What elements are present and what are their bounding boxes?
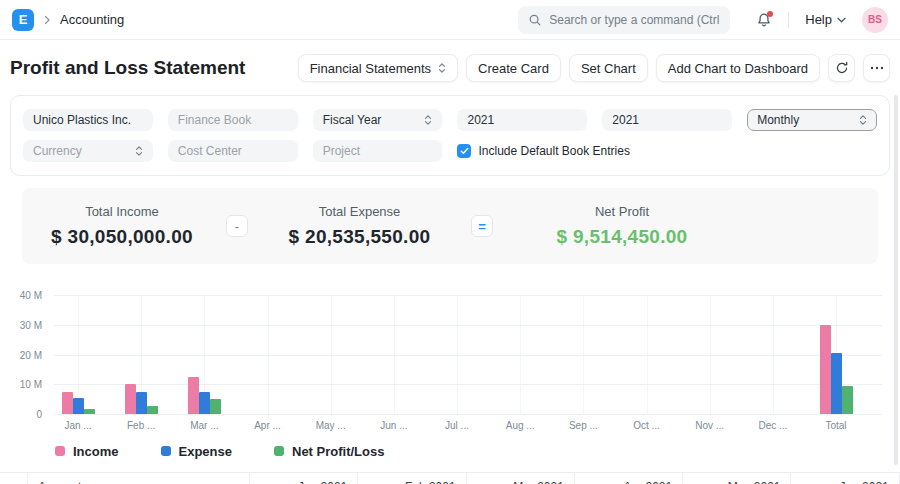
horizontal-gridline — [54, 325, 882, 326]
page-scrollbar[interactable] — [894, 95, 898, 465]
y-axis-tick-label: 40 M — [10, 290, 42, 301]
horizontal-gridline — [54, 355, 882, 356]
finance-book-input[interactable] — [168, 109, 298, 131]
nav-divider — [788, 12, 789, 28]
refresh-icon — [835, 61, 849, 75]
currency-select[interactable]: Currency — [23, 140, 153, 162]
chevron-down-icon — [837, 17, 846, 23]
x-axis-tick-label: Total — [808, 420, 864, 431]
ellipsis-icon — [870, 66, 884, 70]
user-avatar[interactable]: BS — [862, 7, 888, 33]
periodicity-select-label: Monthly — [757, 113, 859, 127]
total-income-stat: Total Income $ 30,050,000.00 — [22, 204, 222, 248]
x-axis-tick-label: Aug ... — [492, 420, 548, 431]
select-caret-icon — [424, 114, 432, 126]
bar-income-1[interactable] — [62, 392, 73, 414]
search-input[interactable] — [549, 13, 720, 27]
bar-net-profit-loss-2[interactable] — [147, 406, 158, 414]
total-expense-stat: Total Expense $ 20,535,550.00 — [252, 204, 467, 248]
report-table-header: AccountJan 2021Feb 2021Mar 2021Apr 2021M… — [0, 472, 900, 484]
set-chart-button[interactable]: Set Chart — [569, 54, 648, 82]
report-type-select[interactable]: Financial Statements — [298, 54, 458, 82]
horizontal-gridline — [54, 414, 882, 415]
legend-label: Income — [73, 444, 119, 459]
bar-expense-2[interactable] — [136, 392, 147, 414]
project-input[interactable] — [313, 140, 443, 162]
bar-expense-1[interactable] — [73, 398, 84, 414]
report-summary: Total Income $ 30,050,000.00 - Total Exp… — [22, 188, 878, 264]
legend-item-net-profit-loss: Net Profit/Loss — [274, 444, 384, 459]
page-head: Profit and Loss Statement Financial Stat… — [0, 40, 900, 95]
x-axis-tick-label: Dec ... — [745, 420, 801, 431]
table-index-column-header — [0, 473, 28, 484]
x-axis-tick-label: Oct ... — [619, 420, 675, 431]
start-year-input[interactable] — [457, 109, 587, 131]
cost-center-input[interactable] — [168, 140, 298, 162]
global-search[interactable] — [518, 6, 730, 34]
company-input[interactable] — [23, 109, 153, 131]
x-axis-tick-label: Mar ... — [176, 420, 232, 431]
total-income-label: Total Income — [22, 204, 222, 219]
help-menu[interactable]: Help — [805, 12, 846, 27]
minus-operator: - — [226, 215, 248, 237]
bar-income-2[interactable] — [125, 384, 136, 414]
y-axis-tick-label: 20 M — [10, 349, 42, 360]
column-header-feb-2021[interactable]: Feb 2021 — [358, 473, 466, 484]
total-expense-value: $ 20,535,550.00 — [252, 226, 467, 248]
legend-label: Expense — [179, 444, 232, 459]
filter-based-on-select[interactable]: Fiscal Year — [313, 109, 443, 131]
legend-swatch — [274, 446, 284, 456]
breadcrumb-accounting[interactable]: Accounting — [60, 12, 124, 27]
page-title: Profit and Loss Statement — [10, 57, 245, 79]
add-chart-to-dashboard-button[interactable]: Add Chart to Dashboard — [656, 54, 820, 82]
bar-net-profit-loss-3[interactable] — [210, 399, 221, 414]
x-axis-tick-label: Jun ... — [366, 420, 422, 431]
operator-cell: - — [222, 215, 252, 237]
net-profit-value: $ 9,514,450.00 — [497, 226, 747, 248]
create-card-button[interactable]: Create Card — [466, 54, 561, 82]
more-menu-button[interactable] — [863, 54, 890, 82]
column-header-may-2021[interactable]: May 2021 — [683, 473, 791, 484]
net-profit-label: Net Profit — [497, 204, 747, 219]
legend-swatch — [161, 446, 171, 456]
equals-operator: = — [471, 215, 493, 237]
x-axis-tick-label: Apr ... — [240, 420, 296, 431]
column-header-jan-2021[interactable]: Jan 2021 — [250, 473, 358, 484]
x-axis-tick-label: Sep ... — [555, 420, 611, 431]
column-header-apr-2021[interactable]: Apr 2021 — [575, 473, 683, 484]
bar-income-3[interactable] — [188, 377, 199, 414]
periodicity-select[interactable]: Monthly — [747, 109, 877, 131]
legend-item-expense: Expense — [161, 444, 232, 459]
x-axis-tick-label: May ... — [303, 420, 359, 431]
x-axis-tick-label: Jan ... — [50, 420, 106, 431]
y-axis-tick-label: 10 M — [10, 379, 42, 390]
include-default-book-entries-checkbox[interactable]: Include Default Book Entries — [457, 144, 877, 158]
bar-expense-3[interactable] — [199, 392, 210, 414]
column-header-mar-2021[interactable]: Mar 2021 — [467, 473, 575, 484]
chart-legend: IncomeExpenseNet Profit/Loss — [55, 442, 900, 460]
select-caret-icon — [438, 62, 446, 74]
column-header-jun-2021[interactable]: Jun 2021 — [791, 473, 899, 484]
column-header-account[interactable]: Account — [28, 473, 250, 484]
refresh-button[interactable] — [828, 54, 855, 82]
x-axis-tick-label: Feb ... — [113, 420, 169, 431]
select-caret-icon — [135, 145, 143, 157]
notification-dot — [767, 11, 773, 17]
bar-expense-13[interactable] — [831, 353, 842, 414]
y-axis-tick-label: 0 — [10, 409, 42, 420]
app-logo-icon[interactable]: E — [12, 9, 34, 31]
bar-income-13[interactable] — [820, 325, 831, 414]
bar-net-profit-loss-13[interactable] — [842, 386, 853, 414]
search-icon — [528, 13, 542, 27]
notifications-button[interactable] — [756, 12, 772, 28]
report-type-label: Financial Statements — [310, 61, 431, 76]
filter-based-on-select-label: Fiscal Year — [323, 113, 425, 127]
chevron-right-icon — [43, 15, 51, 25]
checkbox-check-icon — [457, 144, 471, 158]
report-filters-card: Fiscal YearMonthlyCurrencyInclude Defaul… — [10, 95, 890, 176]
filter-grid: Fiscal YearMonthlyCurrencyInclude Defaul… — [23, 109, 877, 162]
end-year-input[interactable] — [602, 109, 732, 131]
page-actions: Financial Statements Create Card Set Cha… — [298, 54, 890, 82]
bar-net-profit-loss-1[interactable] — [84, 409, 95, 414]
navbar: E Accounting Help BS — [0, 0, 900, 40]
